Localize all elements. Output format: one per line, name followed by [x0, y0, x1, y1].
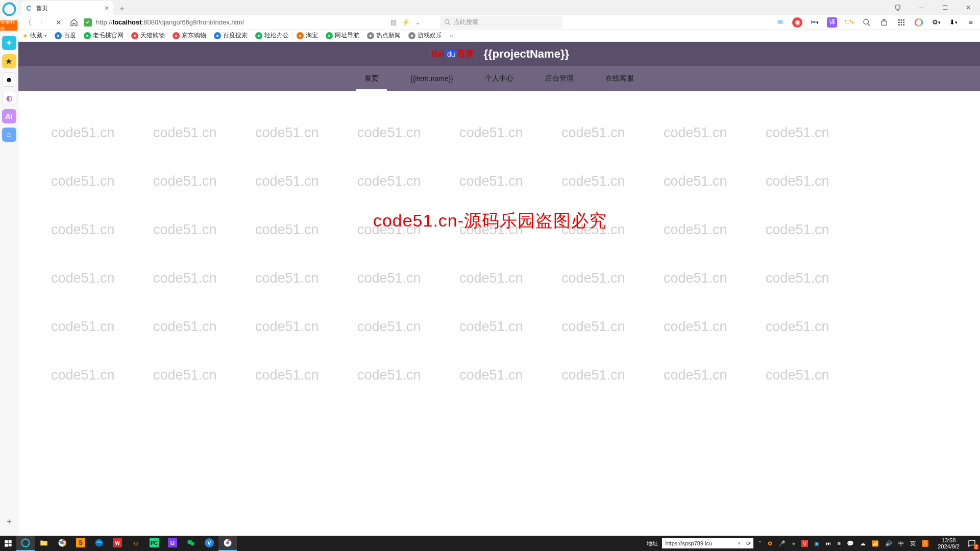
task-pycharm-icon[interactable]: PC — [145, 536, 163, 551]
side-app-1-icon[interactable]: ✦ — [2, 36, 16, 50]
menu-icon[interactable]: ≡ — [966, 17, 976, 28]
zoom-icon[interactable] — [862, 17, 872, 28]
translate-icon[interactable]: 译 — [827, 17, 837, 28]
side-app-2-icon[interactable]: ★ — [2, 54, 16, 68]
task-wechat-icon[interactable] — [182, 536, 200, 551]
task-fire-icon[interactable]: ☼ — [127, 536, 145, 551]
start-button[interactable] — [0, 536, 16, 551]
task-browser360-icon[interactable] — [16, 536, 35, 551]
task-edge-icon[interactable] — [90, 536, 108, 551]
window-maximize-icon[interactable]: ☐ — [933, 0, 957, 15]
watermark-cell: code51.cn — [357, 319, 421, 335]
bookmark-item[interactable]: ●京东购物 — [173, 31, 206, 40]
tray-skip-icon[interactable]: ⏭ — [825, 540, 831, 546]
tray-ime2[interactable]: 英 — [910, 540, 916, 547]
login-tag[interactable]: 登录账号 — [0, 20, 17, 31]
search-placeholder: 点此搜索 — [454, 18, 478, 27]
url-box[interactable]: ✔ http://localhost:8080/djangof66g9/fron… — [84, 16, 421, 29]
baidu-logo[interactable]: Bai du 百度 — [429, 47, 476, 61]
tray-sogou-icon[interactable]: S — [922, 540, 928, 547]
settings-icon[interactable]: ⚙▾ — [931, 17, 941, 28]
tray-wifi-icon[interactable]: 📶 — [872, 540, 879, 547]
side-app-6-icon[interactable]: ☺ — [2, 128, 16, 142]
svg-rect-18 — [5, 544, 8, 547]
notification-icon[interactable]: 2 — [964, 536, 980, 551]
watermark-cell: code51.cn — [459, 367, 523, 383]
url-dropdown-icon[interactable]: ⌄ — [415, 18, 421, 26]
url-flash-icon[interactable]: ⚡ — [402, 18, 410, 26]
color-circle-icon[interactable] — [914, 17, 924, 28]
window-close-icon[interactable]: ✕ — [957, 0, 980, 15]
watermark-cell: code51.cn — [357, 125, 421, 141]
taskbar-addr-go-icon[interactable]: ⟳ — [743, 538, 753, 548]
watermark-cell: code51.cn — [357, 222, 421, 238]
bookmark-item[interactable]: ●老毛桃官网 — [84, 31, 124, 40]
nav-home-icon[interactable] — [68, 17, 80, 28]
toolbar-icons: ✉ ◉ ✂▾ 译 🛡▾ ⚙▾ ⬇▾ ≡ — [775, 17, 976, 28]
tray-ime1[interactable]: 中 — [898, 540, 904, 547]
bookmark-item[interactable]: ●游戏娱乐 — [408, 31, 442, 40]
side-app-4-icon[interactable]: ◐ — [2, 91, 16, 105]
task-explorer-icon[interactable] — [35, 536, 53, 551]
tray-mic-icon[interactable]: 🎤 — [778, 540, 786, 547]
svg-rect-16 — [5, 540, 8, 543]
extensions-icon[interactable] — [879, 17, 889, 28]
tray-star-icon[interactable]: ✿ — [768, 540, 772, 547]
taskbar-addr-input[interactable]: https://spsp789.icu▾ — [662, 538, 744, 548]
search-box[interactable]: 点此搜索 — [440, 16, 562, 29]
tab-home[interactable]: 首页 ✕ — [21, 1, 113, 15]
bookmark-fav[interactable]: ★收藏▾ — [22, 31, 47, 40]
bookmark-item[interactable]: ●百度 — [55, 31, 76, 40]
tray-up-icon[interactable]: ˄ — [758, 540, 762, 547]
shield-toolbar-icon[interactable]: 🛡▾ — [844, 17, 854, 28]
tray-box-icon[interactable]: ▣ — [814, 540, 819, 547]
bookmarks-overflow-icon[interactable]: » — [450, 32, 453, 39]
nav-item[interactable]: 个人中心 — [477, 66, 522, 91]
new-tab-button[interactable]: ＋ — [115, 2, 129, 15]
watermark-cell: code51.cn — [51, 125, 115, 141]
watermark-cell: code51.cn — [561, 125, 625, 141]
weibo-icon[interactable]: ◉ — [792, 17, 802, 28]
nav-item[interactable]: {{item.name}} — [402, 66, 461, 91]
tray-eq-icon[interactable]: ≡ — [837, 540, 840, 546]
bookmark-item[interactable]: ●天猫购物 — [131, 31, 165, 40]
bookmark-item[interactable]: ●淘宝 — [297, 31, 318, 40]
tray-chat-icon[interactable]: 💬 — [847, 540, 854, 547]
mail-icon[interactable]: ✉ — [775, 17, 785, 28]
scissors-icon[interactable]: ✂▾ — [810, 17, 820, 28]
task-intellij-icon[interactable]: IJ — [163, 536, 182, 551]
url-qr-icon[interactable]: ▤ — [390, 18, 397, 26]
nav-item[interactable]: 首页 — [356, 66, 387, 91]
nav-item[interactable]: 在线客服 — [597, 66, 642, 91]
taskbar-clock[interactable]: 13:58 2024/9/2 — [934, 537, 964, 549]
bookmark-item[interactable]: ●网址导航 — [326, 31, 359, 40]
task-v-icon[interactable]: V — [200, 536, 218, 551]
watermark-cell: code51.cn — [664, 270, 727, 286]
nav-item[interactable]: 后台管理 — [537, 66, 582, 91]
tab-close-icon[interactable]: ✕ — [104, 5, 109, 12]
task-sublime-icon[interactable]: S — [71, 536, 90, 551]
tray-green-icon[interactable]: ● — [792, 540, 795, 546]
svg-point-25 — [190, 542, 194, 546]
task-chrome2-icon[interactable] — [218, 536, 237, 551]
browser-logo-icon[interactable] — [2, 2, 16, 16]
tray-shield-icon[interactable]: V — [801, 540, 808, 547]
bookmark-item[interactable]: ●轻松办公 — [255, 31, 289, 40]
window-minimize-icon[interactable]: ─ — [910, 0, 933, 15]
side-app-5-icon[interactable]: AI — [2, 109, 16, 123]
bookmark-item[interactable]: ●热点新闻 — [367, 31, 401, 40]
bookmark-item[interactable]: ●百度搜索 — [214, 31, 248, 40]
nav-stop-icon[interactable]: ✕ — [53, 17, 64, 28]
apps-grid-icon[interactable] — [896, 17, 906, 28]
task-chrome-icon[interactable] — [53, 536, 71, 551]
watermark-cell: code51.cn — [51, 270, 115, 286]
watermark-cell: code51.cn — [255, 222, 319, 238]
window-pin-icon[interactable] — [886, 0, 910, 15]
task-wps-icon[interactable]: W — [108, 536, 127, 551]
side-app-3-icon[interactable]: ☻ — [2, 72, 16, 87]
sidebar-add-icon[interactable]: ＋ — [2, 514, 16, 529]
download-icon[interactable]: ⬇▾ — [948, 17, 959, 28]
tray-volume-icon[interactable]: 🔊 — [885, 540, 892, 547]
nav-back-icon[interactable]: 〈 — [22, 17, 34, 28]
tray-cloud-icon[interactable]: ☁ — [860, 540, 866, 547]
